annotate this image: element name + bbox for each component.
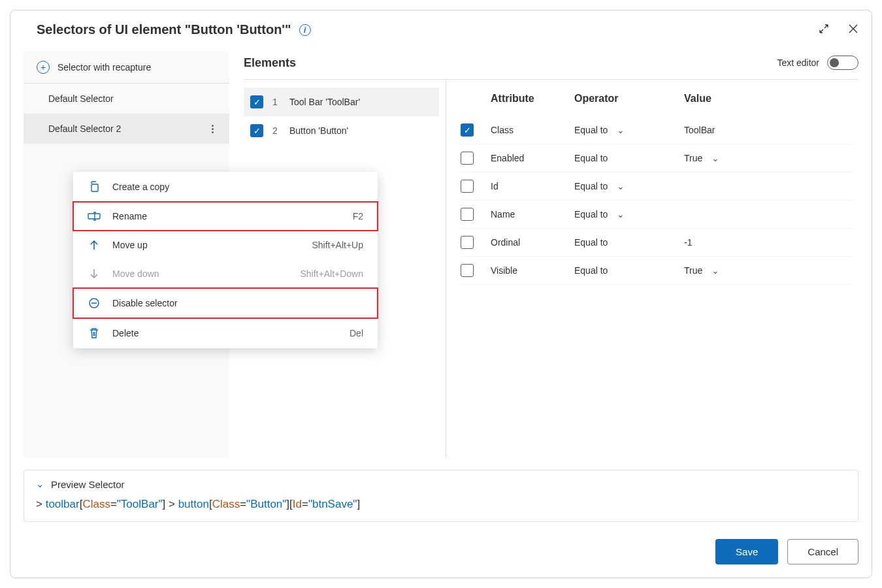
text-editor-toggle[interactable]	[827, 56, 858, 70]
attr-row-visible: Visible Equal to True ⌄	[461, 257, 853, 285]
col-attribute: Attribute	[491, 93, 569, 105]
attr-row-class: ✓ Class Equal to ⌄ ToolBar	[461, 116, 853, 144]
attr-checkbox[interactable]	[461, 208, 474, 221]
attr-checkbox[interactable]	[461, 152, 474, 165]
ctx-move-up[interactable]: Move up Shift+Alt+Up	[73, 231, 378, 259]
col-value: Value	[684, 93, 853, 105]
chevron-down-icon: ⌄	[617, 209, 625, 220]
disable-icon	[88, 297, 101, 309]
arrow-up-icon	[88, 240, 101, 250]
operator-dropdown[interactable]: Equal to ⌄	[574, 125, 679, 135]
selector-with-recapture-button[interactable]: + Selector with recapture	[24, 52, 229, 84]
element-row-toolbar[interactable]: ✓ 1 Tool Bar 'ToolBar'	[244, 88, 439, 116]
chevron-down-icon: ⌄	[711, 153, 719, 163]
selector-editor-dialog: Selectors of UI element "Button 'Button'…	[10, 10, 872, 578]
operator-cell: Equal to	[574, 153, 679, 163]
svg-rect-1	[88, 214, 100, 219]
preview-selector-text: > toolbar[Class="ToolBar"] > button[Clas…	[36, 498, 846, 511]
copy-icon	[88, 181, 101, 193]
element-index: 2	[272, 125, 280, 136]
attr-name: Enabled	[491, 153, 569, 163]
selector-item-default[interactable]: Default Selector	[24, 84, 229, 114]
operator-dropdown[interactable]: Equal to ⌄	[574, 209, 679, 220]
chevron-down-icon: ⌄	[617, 181, 625, 191]
element-checkbox[interactable]: ✓	[250, 95, 263, 108]
ctx-rename[interactable]: Rename F2	[73, 202, 378, 231]
elements-heading: Elements	[244, 56, 296, 70]
col-operator: Operator	[574, 93, 679, 105]
ctx-move-down: Move down Shift+Alt+Down	[73, 259, 378, 288]
expand-icon[interactable]	[819, 24, 828, 36]
operator-dropdown[interactable]: Equal to ⌄	[574, 181, 679, 191]
attr-row-ordinal: Ordinal Equal to -1	[461, 229, 853, 257]
attr-checkbox[interactable]	[461, 236, 474, 249]
element-index: 1	[272, 97, 280, 107]
operator-cell: Equal to	[574, 265, 679, 276]
value-dropdown[interactable]: True ⌄	[684, 153, 853, 163]
dialog-header: Selectors of UI element "Button 'Button'…	[24, 22, 858, 37]
info-icon[interactable]: i	[299, 24, 311, 36]
attributes-panel: Attribute Operator Value ✓ Class Equal t…	[446, 80, 858, 458]
attr-row-id: Id Equal to ⌄	[461, 172, 853, 201]
attr-value[interactable]: ToolBar	[684, 125, 853, 135]
text-editor-label: Text editor	[777, 57, 819, 68]
attr-name: Ordinal	[491, 237, 569, 248]
selector-item-label: Default Selector	[48, 93, 114, 104]
element-name: Button 'Button'	[289, 125, 348, 136]
selector-item-label: Default Selector 2	[48, 123, 121, 134]
trash-icon	[88, 327, 101, 339]
plus-circle-icon: +	[37, 61, 50, 74]
element-row-button[interactable]: ✓ 2 Button 'Button'	[244, 116, 439, 145]
attr-checkbox[interactable]	[461, 264, 474, 277]
ctx-create-copy[interactable]: Create a copy	[73, 172, 378, 202]
toggle-thumb	[830, 58, 839, 67]
attr-row-name: Name Equal to ⌄	[461, 201, 853, 229]
attr-name: Name	[491, 209, 569, 220]
ctx-delete[interactable]: Delete Del	[73, 318, 378, 348]
rename-icon	[88, 212, 101, 221]
attr-name: Class	[491, 125, 569, 135]
selector-context-menu: Create a copy Rename F2 Move up Shift+Al…	[73, 172, 378, 348]
chevron-down-icon[interactable]: ⌄	[36, 478, 44, 490]
attr-checkbox[interactable]	[461, 180, 474, 193]
chevron-down-icon: ⌄	[617, 125, 625, 135]
attr-checkbox[interactable]: ✓	[461, 123, 474, 137]
attr-row-enabled: Enabled Equal to True ⌄	[461, 144, 853, 172]
close-icon[interactable]	[848, 24, 858, 37]
recapture-label: Selector with recapture	[57, 62, 151, 73]
attr-name: Id	[491, 181, 569, 191]
dialog-footer: Save Cancel	[24, 539, 858, 564]
chevron-down-icon: ⌄	[711, 265, 719, 276]
preview-label: Preview Selector	[51, 479, 125, 490]
arrow-down-icon	[88, 269, 101, 279]
element-checkbox[interactable]: ✓	[250, 124, 263, 137]
cancel-button[interactable]: Cancel	[787, 539, 858, 564]
element-name: Tool Bar 'ToolBar'	[289, 97, 360, 107]
svg-rect-0	[91, 184, 98, 191]
kebab-icon[interactable]	[212, 125, 218, 133]
attr-name: Visible	[491, 265, 569, 276]
operator-cell: Equal to	[574, 237, 679, 248]
selector-item-default-2[interactable]: Default Selector 2	[24, 114, 229, 144]
ctx-disable-selector[interactable]: Disable selector	[73, 288, 378, 318]
save-button[interactable]: Save	[715, 539, 778, 564]
value-dropdown[interactable]: True ⌄	[684, 265, 853, 276]
dialog-title: Selectors of UI element "Button 'Button'…	[37, 22, 291, 37]
preview-selector-panel: ⌄ Preview Selector > toolbar[Class="Tool…	[24, 470, 858, 522]
attr-value[interactable]: -1	[684, 237, 853, 248]
